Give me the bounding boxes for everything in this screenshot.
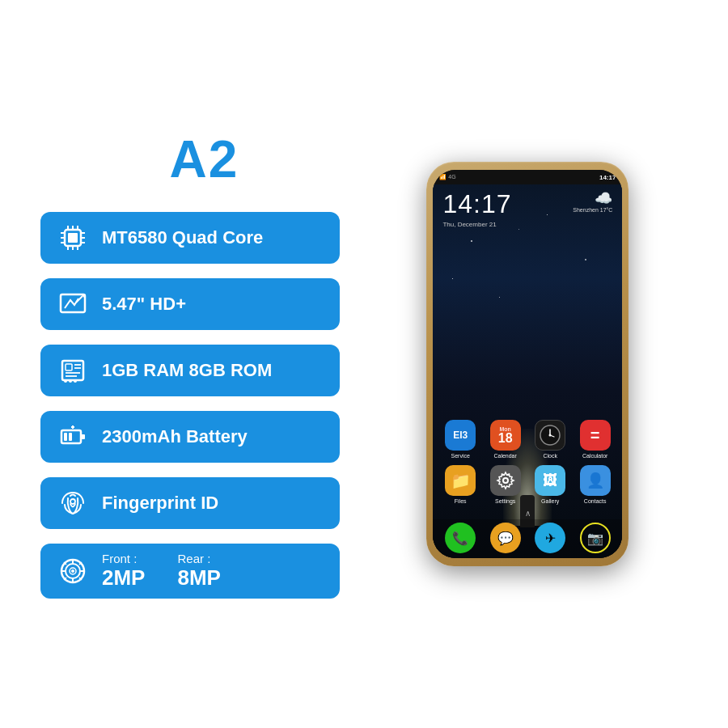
weather-block: ☁️ Shenzhen 17°C	[573, 189, 612, 213]
dock-messages[interactable]: 💬	[486, 523, 525, 553]
spec-processor: MT6580 Quad Core	[40, 212, 340, 264]
dock-camera[interactable]: 📷	[576, 523, 615, 553]
status-time: 14:17	[599, 174, 616, 181]
browser-icon: ✈	[535, 523, 565, 553]
calendar-label: Calendar	[493, 453, 516, 459]
phone-panel: 📶 4G 14:17	[368, 162, 688, 566]
app-calculator[interactable]: = Calculator	[576, 420, 615, 459]
date-display: Thu, December 21	[442, 221, 511, 228]
chip-icon	[55, 220, 91, 256]
specs-panel: A2	[40, 129, 368, 599]
phone-icon: 📞	[445, 523, 476, 553]
settings-label: Settings	[495, 498, 515, 504]
dock-phone[interactable]: 📞	[441, 523, 480, 553]
contacts-icon: 👤	[580, 465, 611, 496]
contacts-label: Contacts	[584, 498, 607, 504]
app-clock[interactable]: Clock	[531, 420, 569, 459]
front-label: Front :	[102, 552, 145, 565]
dock: 📞 💬 ✈ 📷	[433, 519, 622, 558]
app-settings[interactable]: Settings	[486, 465, 525, 504]
display-text: 5.47" HD+	[102, 294, 186, 315]
screen-icon	[55, 286, 91, 322]
gallery-icon: 🖼	[535, 465, 565, 496]
weather-icon: ☁️	[573, 189, 612, 207]
files-label: Files	[455, 498, 467, 504]
files-icon: 📁	[445, 465, 476, 496]
processor-text: MT6580 Quad Core	[102, 227, 263, 248]
svg-rect-1	[68, 233, 78, 243]
signal-icons: 📶 4G	[439, 174, 455, 180]
calendar-icon: Mon 18	[490, 420, 521, 451]
svg-point-23	[64, 379, 67, 383]
spec-fingerprint: Fingerprint ID	[40, 477, 340, 529]
front-value: 2MP	[102, 565, 145, 590]
svg-rect-29	[69, 433, 72, 441]
big-time: 14:17	[442, 189, 511, 219]
svg-point-24	[69, 379, 72, 383]
svg-point-32	[70, 499, 75, 504]
clock-icon	[535, 420, 565, 451]
rear-value: 8MP	[177, 565, 220, 590]
camera-specs: Front : 2MP Rear : 8MP	[102, 552, 221, 590]
battery-text: 2300mAh Battery	[102, 426, 248, 447]
svg-point-25	[74, 379, 77, 383]
svg-rect-27	[81, 434, 85, 439]
calculator-label: Calculator	[582, 453, 608, 459]
spec-memory: 1GB RAM 8GB ROM	[40, 345, 340, 396]
spec-display: 5.47" HD+	[40, 278, 340, 330]
svg-point-36	[71, 569, 74, 573]
clock-label: Clock	[543, 453, 557, 459]
page-container: A2	[0, 0, 728, 728]
service-label: Service	[451, 453, 469, 459]
app-gallery[interactable]: 🖼 Gallery	[531, 465, 569, 504]
weather-location: Shenzhen 17°C	[573, 207, 612, 213]
app-row-2: 📁 Files Setting	[433, 462, 622, 507]
fingerprint-icon	[55, 485, 91, 521]
app-contacts[interactable]: 👤 Contacts	[576, 465, 615, 504]
svg-rect-28	[64, 433, 67, 441]
screen-top-info: 14:17 Thu, December 21 ☁️ Shenzhen 17°C	[433, 184, 622, 230]
messages-icon: 💬	[490, 523, 521, 553]
app-calendar[interactable]: Mon 18 Calendar	[486, 420, 525, 459]
storage-icon	[55, 353, 91, 388]
calculator-icon: =	[580, 420, 611, 451]
svg-rect-18	[66, 364, 72, 370]
camera-rear: Rear : 8MP	[177, 552, 220, 590]
dock-browser[interactable]: ✈	[531, 523, 569, 553]
rear-label: Rear :	[177, 552, 220, 565]
up-arrow: ∧	[433, 507, 622, 519]
app-files[interactable]: 📁 Files	[441, 465, 480, 504]
camera-front: Front : 2MP	[102, 552, 145, 590]
spec-battery: 2300mAh Battery	[40, 411, 340, 463]
spec-camera: Front : 2MP Rear : 8MP	[40, 544, 340, 599]
model-title: A2	[170, 129, 239, 189]
camera-icon	[55, 553, 91, 589]
gallery-label: Gallery	[541, 498, 559, 504]
battery-icon	[55, 419, 91, 455]
phone-device: 📶 4G 14:17	[426, 162, 629, 566]
memory-text: 1GB RAM 8GB ROM	[102, 360, 272, 381]
time-date-block: 14:17 Thu, December 21	[442, 189, 511, 228]
service-icon: EI3	[445, 420, 476, 451]
status-bar: 📶 4G 14:17	[433, 170, 622, 184]
phone-screen-container: 📶 4G 14:17	[433, 170, 622, 558]
app-service[interactable]: EI3 Service	[441, 420, 480, 459]
fingerprint-text: Fingerprint ID	[102, 493, 218, 514]
app-row-1: EI3 Service Mon 18	[433, 417, 622, 462]
phone-screen: 14:17 Thu, December 21 ☁️ Shenzhen 17°C	[433, 184, 622, 558]
camera-dock-icon: 📷	[580, 523, 611, 553]
settings-icon	[490, 465, 521, 496]
svg-point-49	[503, 478, 508, 483]
screen-middle	[433, 230, 622, 417]
